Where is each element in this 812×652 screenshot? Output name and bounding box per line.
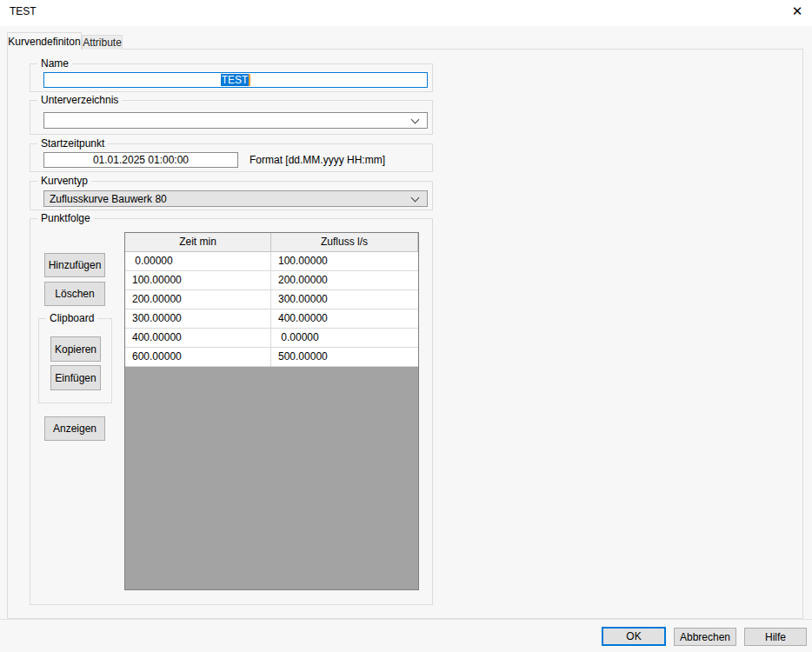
unterverzeichnis-group-label: Unterverzeichnis	[37, 94, 122, 106]
startzeitpunkt-value: 01.01.2025 01:00:00	[93, 154, 189, 166]
close-icon[interactable]: ✕	[786, 1, 809, 22]
column-header-zeit: Zeit min	[125, 233, 271, 252]
table-row: 300.00000 400.00000	[125, 309, 418, 329]
cell-zufluss[interactable]: 100.00000	[271, 252, 418, 271]
name-group-label: Name	[37, 57, 72, 70]
kurventyp-group: Kurventyp Zuflusskurve Bauwerk 80	[30, 181, 433, 210]
points-table: Zeit min Zufluss l/s 0.00000 100.00000 1…	[124, 232, 419, 590]
punktfolge-group-label: Punktfolge	[37, 212, 94, 224]
cell-zufluss[interactable]: 0.00000	[271, 329, 418, 348]
kurventyp-group-label: Kurventyp	[37, 175, 91, 187]
cell-zeit[interactable]: 100.00000	[125, 271, 271, 290]
table-row: 100.00000 200.00000	[125, 271, 418, 290]
hinzufuegen-button[interactable]: Hinzufügen	[44, 253, 105, 277]
window-title: TEST	[10, 5, 37, 17]
tab-kurvendefiniton[interactable]: Kurvendefiniton	[7, 32, 82, 50]
chevron-down-icon	[411, 115, 420, 123]
punktfolge-group: Punktfolge Hinzufügen Löschen Clipboard …	[30, 218, 433, 605]
startzeitpunkt-input[interactable]: 01.01.2025 01:00:00	[43, 152, 238, 168]
cell-zeit[interactable]: 200.00000	[125, 290, 271, 309]
cell-zeit[interactable]: 400.00000	[125, 329, 271, 348]
column-header-zufluss: Zufluss l/s	[271, 233, 418, 252]
name-input[interactable]: TEST	[43, 72, 428, 88]
table-row: 0.00000 100.00000	[125, 252, 418, 271]
cell-zufluss[interactable]: 200.00000	[271, 271, 418, 290]
kopieren-button[interactable]: Kopieren	[50, 336, 101, 362]
table-row: 600.00000 500.00000	[125, 348, 418, 367]
name-input-selected-text: TEST	[221, 74, 250, 86]
chevron-down-icon	[411, 193, 420, 202]
unterverzeichnis-group: Unterverzeichnis	[30, 100, 433, 135]
anzeigen-button[interactable]: Anzeigen	[44, 416, 105, 441]
abbrechen-button[interactable]: Abbrechen	[674, 628, 736, 646]
startzeitpunkt-group-label: Startzeitpunkt	[37, 137, 108, 150]
footer-divider	[0, 619, 812, 620]
text-caret	[249, 74, 250, 86]
loeschen-button[interactable]: Löschen	[44, 282, 105, 306]
cell-zeit[interactable]: 300.00000	[125, 309, 271, 329]
table-empty-area	[125, 367, 418, 589]
cell-zeit[interactable]: 0.00000	[125, 252, 271, 271]
table-row: 200.00000 300.00000	[125, 290, 418, 309]
startzeitpunkt-group: Startzeitpunkt 01.01.2025 01:00:00 Forma…	[30, 143, 433, 172]
hilfe-button[interactable]: Hilfe	[744, 628, 807, 646]
clipboard-group: Clipboard Kopieren Einfügen	[38, 318, 112, 403]
cell-zufluss[interactable]: 300.00000	[271, 290, 418, 309]
cell-zeit[interactable]: 600.00000	[125, 348, 271, 367]
table-row: 400.00000 0.00000	[125, 329, 418, 348]
name-group: Name TEST	[30, 63, 433, 92]
ok-button[interactable]: OK	[602, 627, 666, 646]
unterverzeichnis-combobox[interactable]	[43, 112, 428, 129]
kurventyp-combobox[interactable]: Zuflusskurve Bauwerk 80	[43, 190, 428, 207]
kurventyp-value: Zuflusskurve Bauwerk 80	[50, 193, 167, 205]
clipboard-group-label: Clipboard	[46, 312, 97, 324]
table-header-row: Zeit min Zufluss l/s	[125, 233, 418, 252]
tab-attribute[interactable]: Attribute	[82, 35, 123, 50]
einfuegen-button[interactable]: Einfügen	[50, 365, 101, 390]
tab-page-kurvendefiniton: Name TEST Unterverzeichnis Startzeitpunk…	[7, 49, 803, 619]
title-bar: TEST ✕	[0, 0, 812, 26]
format-hint-label: Format [dd.MM.yyyy HH:mm]	[250, 154, 385, 166]
cell-zufluss[interactable]: 500.00000	[271, 348, 418, 367]
cell-zufluss[interactable]: 400.00000	[271, 309, 418, 329]
